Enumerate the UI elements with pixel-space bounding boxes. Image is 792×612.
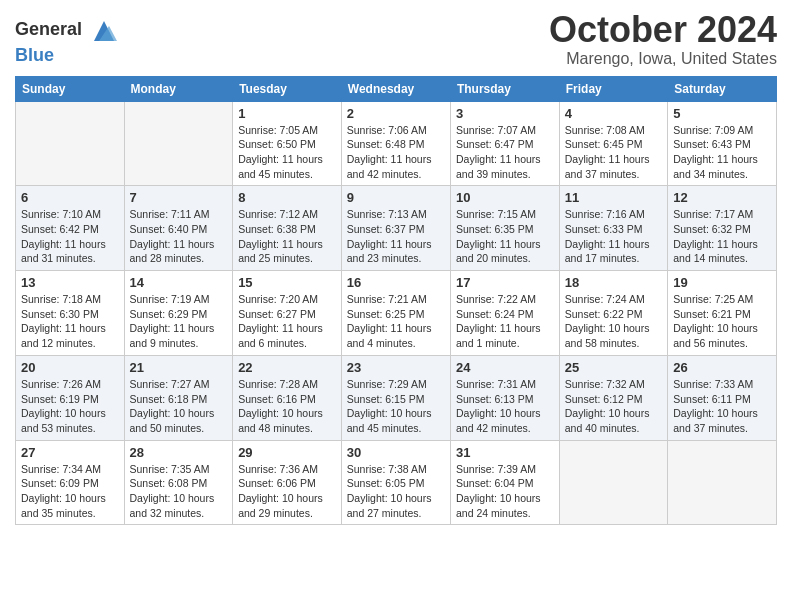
table-row: 25Sunrise: 7:32 AMSunset: 6:12 PMDayligh… [559, 355, 667, 440]
day-info: Sunrise: 7:18 AMSunset: 6:30 PMDaylight:… [21, 292, 119, 351]
day-number: 16 [347, 275, 445, 290]
day-number: 25 [565, 360, 662, 375]
day-number: 30 [347, 445, 445, 460]
day-info: Sunrise: 7:19 AMSunset: 6:29 PMDaylight:… [130, 292, 228, 351]
day-info: Sunrise: 7:29 AMSunset: 6:15 PMDaylight:… [347, 377, 445, 436]
day-info: Sunrise: 7:07 AMSunset: 6:47 PMDaylight:… [456, 123, 554, 182]
day-info: Sunrise: 7:24 AMSunset: 6:22 PMDaylight:… [565, 292, 662, 351]
table-row [668, 440, 777, 525]
table-row: 24Sunrise: 7:31 AMSunset: 6:13 PMDayligh… [450, 355, 559, 440]
day-number: 21 [130, 360, 228, 375]
table-row: 14Sunrise: 7:19 AMSunset: 6:29 PMDayligh… [124, 271, 233, 356]
table-row: 19Sunrise: 7:25 AMSunset: 6:21 PMDayligh… [668, 271, 777, 356]
logo: General Blue [15, 16, 119, 66]
day-number: 18 [565, 275, 662, 290]
location-title: Marengo, Iowa, United States [549, 50, 777, 68]
day-number: 15 [238, 275, 336, 290]
header-tuesday: Tuesday [233, 76, 342, 101]
table-row: 11Sunrise: 7:16 AMSunset: 6:33 PMDayligh… [559, 186, 667, 271]
table-row: 17Sunrise: 7:22 AMSunset: 6:24 PMDayligh… [450, 271, 559, 356]
calendar-week-row: 27Sunrise: 7:34 AMSunset: 6:09 PMDayligh… [16, 440, 777, 525]
table-row: 5Sunrise: 7:09 AMSunset: 6:43 PMDaylight… [668, 101, 777, 186]
table-row: 3Sunrise: 7:07 AMSunset: 6:47 PMDaylight… [450, 101, 559, 186]
day-number: 26 [673, 360, 771, 375]
logo-icon [89, 16, 119, 46]
header-friday: Friday [559, 76, 667, 101]
table-row: 30Sunrise: 7:38 AMSunset: 6:05 PMDayligh… [341, 440, 450, 525]
day-info: Sunrise: 7:33 AMSunset: 6:11 PMDaylight:… [673, 377, 771, 436]
day-info: Sunrise: 7:32 AMSunset: 6:12 PMDaylight:… [565, 377, 662, 436]
day-number: 27 [21, 445, 119, 460]
day-number: 7 [130, 190, 228, 205]
table-row: 2Sunrise: 7:06 AMSunset: 6:48 PMDaylight… [341, 101, 450, 186]
table-row: 15Sunrise: 7:20 AMSunset: 6:27 PMDayligh… [233, 271, 342, 356]
logo-general: General [15, 16, 119, 46]
table-row: 8Sunrise: 7:12 AMSunset: 6:38 PMDaylight… [233, 186, 342, 271]
month-title: October 2024 [549, 10, 777, 50]
day-number: 14 [130, 275, 228, 290]
day-info: Sunrise: 7:26 AMSunset: 6:19 PMDaylight:… [21, 377, 119, 436]
day-info: Sunrise: 7:17 AMSunset: 6:32 PMDaylight:… [673, 207, 771, 266]
table-row: 6Sunrise: 7:10 AMSunset: 6:42 PMDaylight… [16, 186, 125, 271]
table-row [559, 440, 667, 525]
header-wednesday: Wednesday [341, 76, 450, 101]
table-row: 26Sunrise: 7:33 AMSunset: 6:11 PMDayligh… [668, 355, 777, 440]
table-row: 22Sunrise: 7:28 AMSunset: 6:16 PMDayligh… [233, 355, 342, 440]
header-thursday: Thursday [450, 76, 559, 101]
calendar: Sunday Monday Tuesday Wednesday Thursday… [15, 76, 777, 526]
day-number: 11 [565, 190, 662, 205]
day-info: Sunrise: 7:36 AMSunset: 6:06 PMDaylight:… [238, 462, 336, 521]
day-info: Sunrise: 7:34 AMSunset: 6:09 PMDaylight:… [21, 462, 119, 521]
day-info: Sunrise: 7:28 AMSunset: 6:16 PMDaylight:… [238, 377, 336, 436]
table-row: 18Sunrise: 7:24 AMSunset: 6:22 PMDayligh… [559, 271, 667, 356]
table-row: 1Sunrise: 7:05 AMSunset: 6:50 PMDaylight… [233, 101, 342, 186]
day-info: Sunrise: 7:27 AMSunset: 6:18 PMDaylight:… [130, 377, 228, 436]
calendar-week-row: 1Sunrise: 7:05 AMSunset: 6:50 PMDaylight… [16, 101, 777, 186]
table-row: 28Sunrise: 7:35 AMSunset: 6:08 PMDayligh… [124, 440, 233, 525]
table-row: 4Sunrise: 7:08 AMSunset: 6:45 PMDaylight… [559, 101, 667, 186]
day-number: 9 [347, 190, 445, 205]
day-number: 17 [456, 275, 554, 290]
day-info: Sunrise: 7:39 AMSunset: 6:04 PMDaylight:… [456, 462, 554, 521]
table-row: 16Sunrise: 7:21 AMSunset: 6:25 PMDayligh… [341, 271, 450, 356]
day-info: Sunrise: 7:11 AMSunset: 6:40 PMDaylight:… [130, 207, 228, 266]
day-info: Sunrise: 7:16 AMSunset: 6:33 PMDaylight:… [565, 207, 662, 266]
day-info: Sunrise: 7:15 AMSunset: 6:35 PMDaylight:… [456, 207, 554, 266]
day-number: 20 [21, 360, 119, 375]
table-row [16, 101, 125, 186]
day-number: 6 [21, 190, 119, 205]
day-number: 13 [21, 275, 119, 290]
day-number: 12 [673, 190, 771, 205]
header: General Blue October 2024 Marengo, Iowa,… [15, 10, 777, 68]
table-row: 12Sunrise: 7:17 AMSunset: 6:32 PMDayligh… [668, 186, 777, 271]
day-info: Sunrise: 7:31 AMSunset: 6:13 PMDaylight:… [456, 377, 554, 436]
title-area: October 2024 Marengo, Iowa, United State… [549, 10, 777, 68]
day-number: 1 [238, 106, 336, 121]
day-number: 10 [456, 190, 554, 205]
table-row [124, 101, 233, 186]
table-row: 23Sunrise: 7:29 AMSunset: 6:15 PMDayligh… [341, 355, 450, 440]
calendar-week-row: 13Sunrise: 7:18 AMSunset: 6:30 PMDayligh… [16, 271, 777, 356]
day-info: Sunrise: 7:20 AMSunset: 6:27 PMDaylight:… [238, 292, 336, 351]
header-saturday: Saturday [668, 76, 777, 101]
table-row: 27Sunrise: 7:34 AMSunset: 6:09 PMDayligh… [16, 440, 125, 525]
day-number: 31 [456, 445, 554, 460]
day-number: 5 [673, 106, 771, 121]
day-info: Sunrise: 7:25 AMSunset: 6:21 PMDaylight:… [673, 292, 771, 351]
day-info: Sunrise: 7:10 AMSunset: 6:42 PMDaylight:… [21, 207, 119, 266]
day-info: Sunrise: 7:09 AMSunset: 6:43 PMDaylight:… [673, 123, 771, 182]
table-row: 20Sunrise: 7:26 AMSunset: 6:19 PMDayligh… [16, 355, 125, 440]
calendar-header-row: Sunday Monday Tuesday Wednesday Thursday… [16, 76, 777, 101]
table-row: 31Sunrise: 7:39 AMSunset: 6:04 PMDayligh… [450, 440, 559, 525]
day-number: 24 [456, 360, 554, 375]
day-number: 2 [347, 106, 445, 121]
table-row: 21Sunrise: 7:27 AMSunset: 6:18 PMDayligh… [124, 355, 233, 440]
calendar-week-row: 6Sunrise: 7:10 AMSunset: 6:42 PMDaylight… [16, 186, 777, 271]
calendar-week-row: 20Sunrise: 7:26 AMSunset: 6:19 PMDayligh… [16, 355, 777, 440]
table-row: 29Sunrise: 7:36 AMSunset: 6:06 PMDayligh… [233, 440, 342, 525]
table-row: 7Sunrise: 7:11 AMSunset: 6:40 PMDaylight… [124, 186, 233, 271]
day-number: 28 [130, 445, 228, 460]
day-info: Sunrise: 7:05 AMSunset: 6:50 PMDaylight:… [238, 123, 336, 182]
day-info: Sunrise: 7:38 AMSunset: 6:05 PMDaylight:… [347, 462, 445, 521]
day-info: Sunrise: 7:13 AMSunset: 6:37 PMDaylight:… [347, 207, 445, 266]
